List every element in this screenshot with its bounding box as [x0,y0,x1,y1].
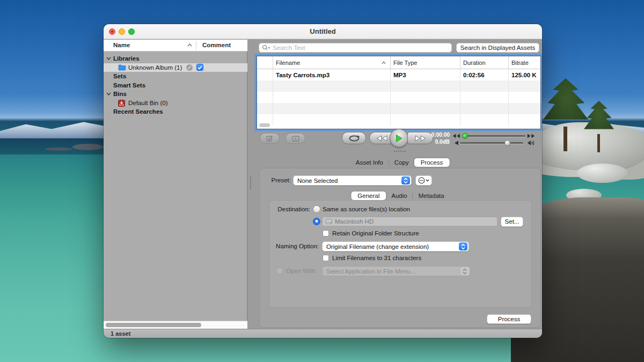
slideshow-icon [292,136,299,142]
subtab-metadata[interactable]: Metadata [413,191,450,200]
loop-button[interactable] [342,132,366,144]
volume-knob[interactable] [504,140,510,146]
process-button[interactable]: Process [487,314,531,324]
skip-forward-icon[interactable] [527,134,535,138]
status-bar: 1 asset [104,329,542,338]
slideshow-button [286,133,305,144]
tab-process[interactable]: Process [414,158,450,167]
icon-column-header[interactable] [257,56,273,69]
table-row-empty [257,103,540,114]
naming-option-dropdown[interactable]: Original Filename (change extension) [322,241,469,252]
subtab-audio[interactable]: Audio [386,191,412,200]
filename-column-header[interactable]: Filename [273,56,391,69]
shore-rocks [529,122,644,171]
sidebar-item-unknown-album[interactable]: Unknown Album (1) [104,63,247,72]
source-tree: Libraries Unknown Album (1) Sets Smart S… [104,54,247,116]
row-icon-cell [257,69,273,80]
sort-ascending-icon [382,61,386,64]
pane-resize-handle[interactable] [394,151,406,152]
same-as-source-label[interactable]: Same as source files(s) location [323,206,410,212]
retain-folder-checkbox[interactable] [323,230,329,237]
column-name[interactable]: Name [113,42,130,48]
popup-stepper-icon [459,242,467,250]
search-displayed-assets-button[interactable]: Search in Displayed Assets [456,43,539,53]
volume-level: 0.0dB [421,139,450,145]
sidebar-column-header: Name Comment [104,40,247,51]
filetype-column-header[interactable]: File Type [391,56,460,69]
subtab-general[interactable]: General [351,191,386,200]
table-header: Filename File Type Duration Bitrate [257,56,540,69]
tab-copy[interactable]: Copy [389,158,414,167]
filename-cell: Tasty Carrots.mp3 [273,69,391,80]
table-row-empty [257,114,540,125]
set-destination-button[interactable]: Set... [501,217,523,227]
tab-asset-info[interactable]: Asset Info [350,158,389,167]
app-window: Untitled Name Comment Libraries Unknown … [104,24,542,338]
chevron-down-icon[interactable] [106,57,111,60]
limit-filenames-label[interactable]: Limit Filenames to 31 characters [332,255,421,261]
scrubber-track[interactable] [462,135,525,137]
asset-count: 1 asset [111,330,130,337]
sync-status-icon [186,64,193,71]
main-tab-bar: Asset Info Copy Process [350,158,450,167]
sort-ascending-icon [187,43,192,47]
open-with-dropdown: Select Application in File Menu... [322,266,471,276]
sidebar-item-smart-sets[interactable]: Smart Sets [104,81,247,90]
column-divider [196,41,196,50]
table-row-empty [257,92,540,103]
sidebar-item-sets[interactable]: Sets [104,72,247,81]
hard-drive-icon [326,219,332,224]
popup-stepper-icon [401,176,410,184]
playback-time: 0:00:00 [421,132,450,138]
window-title: Untitled [104,27,542,35]
sidebar-item-recent-searches[interactable]: Recent Searches [104,107,247,116]
same-as-source-radio[interactable] [313,205,320,213]
sidebar-item-default-bin[interactable]: Default Bin (0) [104,99,247,108]
checkbox-icon [266,135,274,142]
select-asset-button [260,133,280,144]
limit-filenames-checkbox[interactable] [323,255,329,261]
main-panel: Search Text Search in Displayed Assets F… [248,40,542,329]
splitter-handle[interactable] [250,177,251,189]
duration-column-header[interactable]: Duration [460,56,509,69]
titlebar[interactable]: Untitled [104,24,542,39]
column-comment[interactable]: Comment [202,42,231,48]
preset-actions-button[interactable] [415,175,432,186]
open-with-label: Open With: [286,268,317,274]
table-row[interactable]: Tasty Carrots.mp3 MP3 0:02:56 125.00 K [257,69,540,80]
volume-min-icon[interactable] [454,141,459,145]
bin-icon [118,100,125,107]
distant-rocks [72,144,104,150]
popup-stepper-icon [460,267,469,275]
sidebar-item-bins[interactable]: Bins [104,90,247,99]
retain-folder-label[interactable]: Retain Original Folder Structure [332,230,419,237]
process-panel: Preset: None Selected General Audio M [259,168,541,328]
skip-back-icon[interactable] [452,134,460,138]
search-placeholder: Search Text [273,45,305,51]
custom-destination-radio[interactable] [313,218,320,225]
desktop-wallpaper: Untitled Name Comment Libraries Unknown … [0,0,644,362]
folder-icon [118,64,126,71]
volume-track[interactable] [460,142,523,144]
volume-max-icon[interactable] [526,140,535,146]
bitrate-column-header[interactable]: Bitrate [509,56,540,69]
search-input[interactable]: Search Text [259,43,452,53]
album-checkbox[interactable] [196,64,203,71]
ellipsis-circle-icon [418,177,425,184]
preset-dropdown[interactable]: None Selected [293,175,412,186]
play-button[interactable] [390,129,408,147]
sidebar-item-libraries[interactable]: Libraries [104,54,247,63]
destination-path-field[interactable]: Macintosh HD [322,217,497,226]
filetype-cell: MP3 [391,69,460,80]
scrubber-knob[interactable] [462,133,468,139]
chevron-down-icon[interactable] [106,92,111,95]
destination-label: Destination: [269,206,310,212]
table-horizontal-scrollbar[interactable] [259,123,270,127]
asset-table: Filename File Type Duration Bitrate Tast… [257,56,541,129]
preset-label: Preset: [260,177,291,183]
play-icon [395,134,403,143]
scrollbar-thumb[interactable] [106,323,201,327]
process-subtab-bar: General Audio Metadata [351,191,449,200]
sidebar-horizontal-scrollbar[interactable] [104,321,247,329]
water-boulder [577,164,628,183]
